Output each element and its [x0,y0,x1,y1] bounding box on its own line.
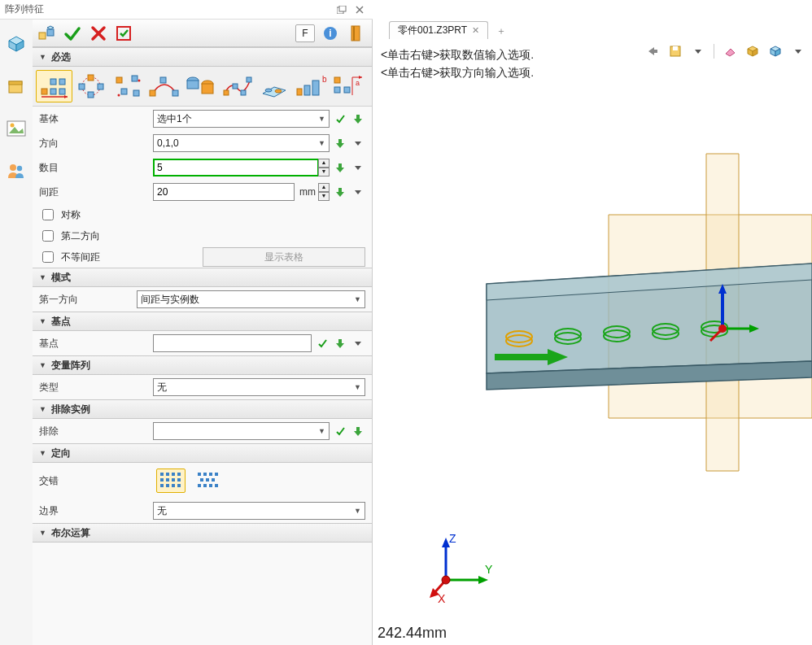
count-arrow-icon[interactable] [333,160,347,175]
svg-point-55 [275,89,282,93]
vt-eraser-icon[interactable] [723,44,737,59]
rail-people-icon[interactable] [7,161,26,181]
pattern-fill-icon[interactable] [219,70,255,102]
base-arrow-icon[interactable] [351,111,365,126]
pattern-face-icon[interactable] [255,70,292,102]
view-triad[interactable]: Z Y X [421,531,495,604]
second-dir-checkbox[interactable] [42,230,54,242]
section-varpattern[interactable]: ▼ 变量阵列 [33,355,372,375]
base-pick-icon[interactable] [333,111,347,126]
section-orient[interactable]: ▼ 定向 [33,443,372,463]
basept-input[interactable] [153,334,312,352]
exclude-pick-icon[interactable] [333,424,347,438]
svg-rect-81 [160,478,164,482]
count-input[interactable] [153,159,319,177]
tab-close-icon[interactable]: ✕ [472,25,479,36]
svg-marker-68 [336,139,344,148]
spacing-menu-icon[interactable] [351,185,365,199]
stagger-offset-icon[interactable] [194,468,223,493]
pattern-linear-icon[interactable] [36,70,72,102]
stagger-grid-icon[interactable] [156,468,186,493]
panel-restore-icon[interactable] [334,2,350,17]
exclude-arrow-icon[interactable] [351,424,365,438]
svg-rect-77 [160,473,164,476]
boundary-select[interactable]: 无 ▼ [153,502,365,520]
first-dir-select[interactable]: 间距与实例数 ▼ [137,290,365,308]
svg-rect-90 [203,473,207,476]
count-label: 数目 [39,161,153,175]
pattern-variable-icon[interactable]: b [292,70,329,102]
svg-rect-86 [166,484,169,487]
basept-arrow-icon[interactable] [333,336,347,351]
svg-rect-34 [88,92,94,98]
f-button[interactable]: F [295,24,315,42]
pattern-curve-icon[interactable] [146,70,182,102]
svg-text:b: b [322,75,327,84]
vt-back-icon[interactable] [645,44,660,59]
pattern-sketch-icon[interactable]: a [329,70,365,102]
spin-down-icon[interactable]: ▼ [318,168,330,177]
svg-rect-22 [351,26,360,41]
section-basept[interactable]: ▼ 基点 [33,312,372,331]
svg-rect-79 [172,473,175,476]
apply-icon[interactable] [114,23,135,44]
section-boolean[interactable]: ▼ 布尔运算 [33,523,372,543]
rail-image-icon[interactable] [7,119,26,138]
vt-save-icon[interactable] [668,44,683,59]
type-select[interactable]: 无 ▼ [153,378,365,396]
rail-cube-icon[interactable] [7,34,26,54]
direction-label: 方向 [39,137,153,150]
info-icon[interactable]: i [320,23,341,44]
vt-box1-icon[interactable] [745,44,760,59]
pattern-table-icon[interactable] [182,70,219,102]
exclude-select[interactable]: ▼ [153,422,330,440]
basept-menu-icon[interactable] [351,336,365,351]
spacing-arrow-icon[interactable] [333,185,347,199]
vt-box2-menu-icon[interactable] [791,44,805,59]
book-icon[interactable] [346,23,367,44]
dir-pick-icon[interactable] [333,136,347,150]
file-tab[interactable]: 零件001.Z3PRT ✕ [389,21,488,39]
svg-rect-83 [172,478,175,482]
count-menu-icon[interactable] [351,160,365,175]
pattern-point-icon[interactable] [109,70,146,102]
command-bar: F i [33,20,372,47]
vt-box2-icon[interactable] [768,44,783,59]
direction-value: 0,1,0 [157,137,179,149]
spacing-spinner[interactable]: ▲▼ [318,183,330,201]
canvas-3d[interactable]: Z Y X 242.44mm [373,89,812,645]
ok-icon[interactable] [62,23,83,44]
spin-up-icon[interactable]: ▲ [318,183,330,192]
count-spinner[interactable]: ▲▼ [318,159,330,177]
cancel-icon[interactable] [88,23,109,44]
vt-save-menu-icon[interactable] [691,44,705,59]
tab-add-icon[interactable]: ＋ [493,23,509,39]
symmetric-checkbox[interactable] [42,209,54,220]
section-exclude[interactable]: ▼ 排除实例 [33,399,372,419]
svg-rect-43 [160,77,166,83]
svg-rect-92 [215,473,218,476]
pattern-circular-icon[interactable] [72,70,109,102]
svg-text:a: a [356,79,360,87]
base-select[interactable]: 选中1个 ▼ [153,110,330,128]
collapse-icon: ▼ [39,273,46,281]
svg-rect-89 [198,473,201,476]
section-required[interactable]: ▼ 必选 [33,47,372,67]
spin-down-icon[interactable]: ▼ [318,192,330,201]
unequal-checkbox[interactable] [42,251,54,263]
panel-scroll[interactable]: ▼ 必选 b a 基体 选中1个 ▼ [33,47,372,645]
basept-pick-icon[interactable] [315,336,330,351]
direction-select[interactable]: 0,1,0 ▼ [153,134,330,152]
svg-rect-33 [98,84,103,89]
svg-marker-67 [354,115,362,124]
properties-panel: F i ▼ 必选 b [33,20,373,645]
base-value: 选中1个 [157,112,192,126]
svg-rect-26 [59,89,65,94]
panel-close-icon[interactable] [351,2,368,17]
spin-up-icon[interactable]: ▲ [318,159,330,168]
section-mode[interactable]: ▼ 模式 [33,268,372,287]
tabbar: 零件001.Z3PRT ✕ ＋ [373,20,812,39]
spacing-input[interactable] [153,183,295,201]
rail-box-icon[interactable] [7,76,26,96]
dir-menu-icon[interactable] [351,136,365,150]
